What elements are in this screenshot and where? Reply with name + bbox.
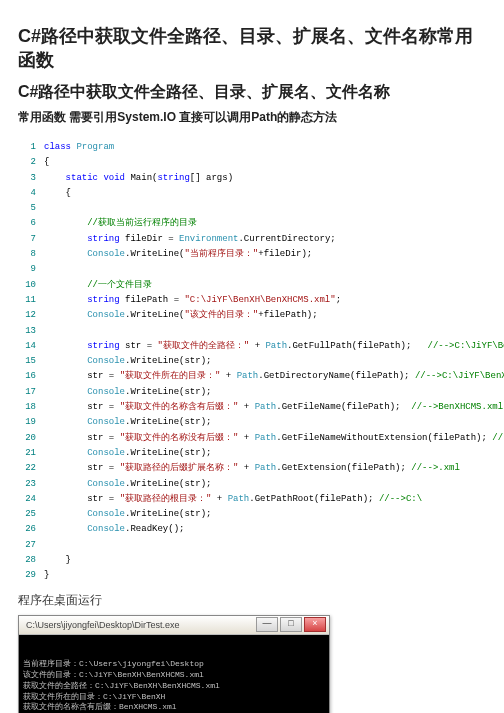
maximize-button[interactable]: □ — [280, 617, 302, 632]
code-sample-1: 1class Program 2{ 3 static void Main(str… — [18, 140, 486, 584]
close-button[interactable]: × — [304, 617, 326, 632]
console-title: C:\Users\jiyongfei\Desktop\DirTest.exe — [22, 620, 180, 630]
page-title-1: C#路径中获取文件全路径、目录、扩展名、文件名称常用函数 — [18, 24, 486, 72]
page-desc: 常用函数 需要引用System.IO 直接可以调用Path的静态方法 — [18, 109, 486, 126]
console-window: C:\Users\jiyongfei\Desktop\DirTest.exe —… — [18, 615, 330, 713]
console-titlebar: C:\Users\jiyongfei\Desktop\DirTest.exe —… — [19, 616, 329, 635]
console-output: 当前程序目录：C:\Users\jiyongfei\Desktop 该文件的目录… — [19, 635, 329, 713]
minimize-button[interactable]: — — [256, 617, 278, 632]
page-title-2: C#路径中获取文件全路径、目录、扩展名、文件名称 — [18, 82, 486, 103]
run-label: 程序在桌面运行 — [18, 592, 486, 609]
